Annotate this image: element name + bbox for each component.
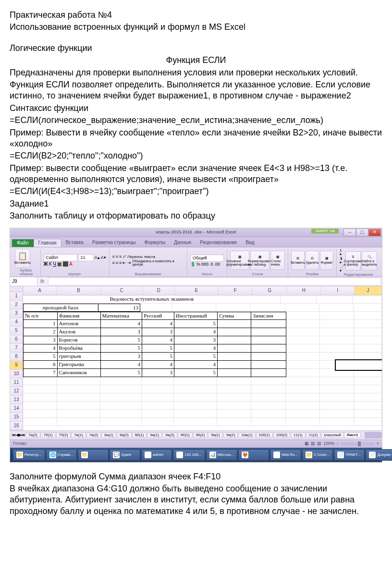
taskbar-item[interactable]: 📄Докуме... <box>366 449 392 461</box>
cell[interactable] <box>217 393 251 402</box>
shrink-font-icon[interactable]: A▾ <box>101 256 106 260</box>
taskbar-item[interactable]: ⚙admin <box>141 449 172 461</box>
cell[interactable] <box>174 377 217 385</box>
cell[interactable] <box>23 385 57 393</box>
cell[interactable]: 5 <box>23 353 58 361</box>
cell[interactable] <box>251 393 286 402</box>
cell[interactable]: 3 <box>142 328 174 336</box>
cell[interactable] <box>281 295 317 304</box>
percent-icon[interactable]: % <box>196 262 200 267</box>
taskbar-item[interactable]: 📁 <box>78 449 109 461</box>
cell[interactable] <box>354 418 382 426</box>
align-mid-icon[interactable]: ≡ <box>116 255 118 259</box>
taskbar-item[interactable]: 📊Microso... <box>206 449 238 461</box>
cell[interactable]: 1 <box>23 320 58 328</box>
cell[interactable] <box>354 377 382 385</box>
cell[interactable]: 5 <box>174 353 218 361</box>
cell[interactable]: 5 <box>174 320 218 328</box>
cell[interactable] <box>100 377 142 385</box>
find-select-button[interactable]: 🔍Найти и выделить <box>362 251 377 270</box>
row-header[interactable]: 3 <box>10 309 23 318</box>
conditional-fmt-button[interactable]: ▦Условное форматирование <box>230 251 249 270</box>
taskbar-item[interactable]: 📁C:\User... <box>302 449 333 461</box>
cell[interactable] <box>251 353 286 361</box>
cell[interactable] <box>140 304 173 312</box>
cell[interactable]: 6 <box>23 361 58 369</box>
minimize-button[interactable]: ─ <box>343 229 356 236</box>
cell[interactable]: 5 <box>101 336 142 344</box>
row-header[interactable]: 15 <box>10 413 23 422</box>
cell[interactable] <box>23 410 57 418</box>
wrap-text-button[interactable]: Перенос текста <box>127 255 155 259</box>
cell[interactable] <box>100 393 142 402</box>
row-header[interactable]: 2 <box>10 301 23 309</box>
cell[interactable] <box>251 361 286 369</box>
comma-icon[interactable]: 000 <box>201 262 208 267</box>
cell[interactable] <box>320 385 354 393</box>
cell[interactable] <box>57 377 100 385</box>
cell[interactable] <box>251 377 286 385</box>
cell[interactable] <box>353 295 382 304</box>
maximize-button[interactable]: ▢ <box>356 229 368 236</box>
orientation-icon[interactable]: ⤢ <box>122 255 126 259</box>
view-break-icon[interactable]: ▥ <box>317 441 321 446</box>
cell[interactable] <box>57 410 100 418</box>
cell-title[interactable]: Ведомость вступительных экзаменов <box>23 295 281 304</box>
cell[interactable]: 7 <box>23 369 58 377</box>
cell-styles-button[interactable]: ▦Стили ячеек <box>270 251 285 270</box>
cell[interactable] <box>251 320 286 328</box>
view-normal-icon[interactable]: ▦ <box>305 441 309 446</box>
cell[interactable]: 4 <box>174 361 218 369</box>
cell[interactable] <box>354 304 382 312</box>
column-header[interactable]: C <box>101 286 143 295</box>
cell[interactable] <box>217 410 251 418</box>
cell[interactable] <box>286 344 320 353</box>
row-header[interactable]: 11 <box>10 379 23 387</box>
row-header[interactable]: 13 <box>10 396 23 404</box>
row-header[interactable]: 1 <box>10 292 23 301</box>
dec-decimal-icon[interactable]: .00 <box>214 262 220 267</box>
cell[interactable] <box>251 418 286 426</box>
cell[interactable] <box>174 418 217 426</box>
sheet-tab[interactable]: 9а(2) <box>162 432 177 438</box>
format-cells-button[interactable]: ▦Формат <box>320 251 333 270</box>
column-header[interactable]: D <box>143 286 174 295</box>
merge-button[interactable]: Объединить и поместить в центре <box>132 259 184 266</box>
worksheet-grid[interactable]: 12345678910111213141516 ABCDEFGHIJ Ведом… <box>10 286 382 430</box>
indent-dec-icon[interactable]: ⇤ <box>122 261 126 265</box>
column-header[interactable]: G <box>252 286 287 295</box>
zoom-out-icon[interactable]: − <box>336 441 339 446</box>
cell[interactable] <box>320 410 354 418</box>
cell[interactable] <box>320 393 354 402</box>
column-header[interactable]: A <box>23 286 57 295</box>
sheet-tab[interactable]: 8б(1) <box>132 432 147 438</box>
taskbar-item[interactable]: 💬Spark <box>110 449 140 461</box>
sheet-tab[interactable]: 9в(2) <box>223 432 238 438</box>
cell[interactable] <box>174 402 217 410</box>
cell[interactable] <box>100 418 142 426</box>
column-header[interactable]: E <box>175 286 219 295</box>
cell[interactable] <box>142 410 174 418</box>
underline-button[interactable]: Ч <box>53 262 56 267</box>
cell[interactable]: Фамилия <box>58 312 101 320</box>
cell[interactable] <box>286 369 320 377</box>
cell[interactable] <box>216 304 250 312</box>
cell[interactable] <box>251 328 286 336</box>
cell[interactable]: Иностранный <box>174 312 218 320</box>
sheet-tab[interactable]: 9в(1) <box>208 432 222 438</box>
close-button[interactable]: ✕ <box>368 229 381 236</box>
cell[interactable] <box>218 328 252 336</box>
cell[interactable] <box>354 336 382 344</box>
cell[interactable] <box>218 320 252 328</box>
zoom-slider[interactable] <box>341 442 375 445</box>
name-box[interactable]: J9 <box>10 277 37 286</box>
cell[interactable] <box>286 361 320 369</box>
start-button[interactable] <box>11 448 12 462</box>
cell[interactable]: Сапожников <box>58 369 101 377</box>
row-header[interactable]: 14 <box>10 404 23 413</box>
row-header[interactable]: 7 <box>10 344 23 353</box>
cell[interactable] <box>251 385 286 393</box>
cell[interactable] <box>320 418 354 426</box>
cell[interactable] <box>217 385 251 393</box>
cell[interactable]: 4 <box>174 328 218 336</box>
